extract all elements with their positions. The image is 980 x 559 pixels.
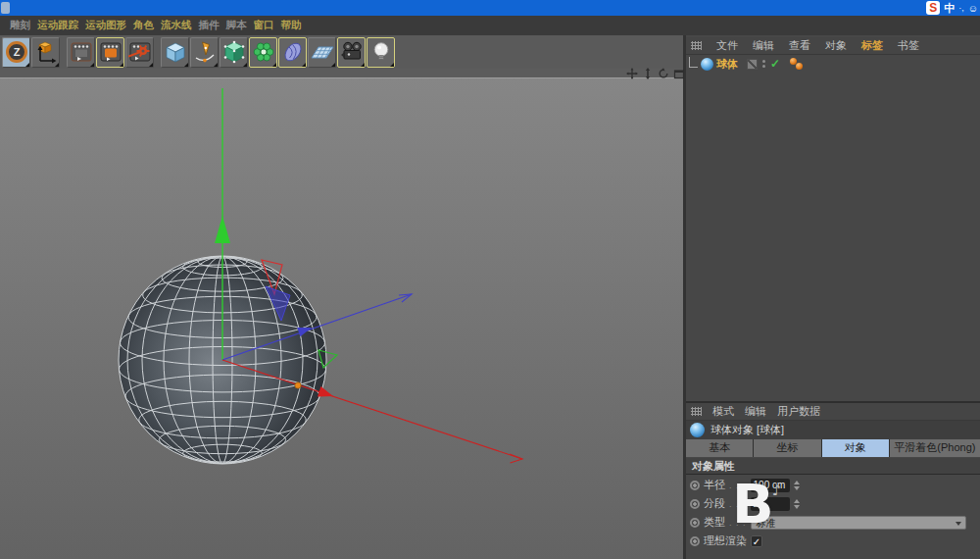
type-label: 类型 — [704, 515, 725, 530]
floor-environment-button[interactable] — [308, 37, 336, 68]
tab-coordinates[interactable]: 坐标 — [754, 439, 820, 457]
cube-icon — [164, 40, 187, 64]
keyframe-circle-icon[interactable] — [690, 499, 700, 509]
object-manager-menubar: 文件 编辑 查看 对象 标签 书签 — [686, 37, 980, 55]
ime-indicator[interactable]: S 中 ·, ☺ — [926, 0, 978, 16]
ideal-render-checkbox[interactable]: ✓ — [751, 535, 762, 547]
primitive-cube-button[interactable] — [161, 37, 189, 68]
menu-script[interactable]: 脚本 — [226, 19, 247, 32]
tab-phong[interactable]: 平滑着色(Phong) — [890, 439, 980, 457]
am-menu-mode[interactable]: 模式 — [712, 404, 734, 419]
keyframe-circle-icon[interactable] — [690, 536, 700, 546]
ime-punctuation-icon[interactable]: ·, — [958, 3, 964, 13]
object-manager-list: 球体 ✓ — [686, 55, 980, 401]
camera-button[interactable] — [337, 37, 366, 68]
type-row: 类型 . . . 标准 — [686, 513, 980, 532]
radius-spinner[interactable] — [794, 481, 800, 490]
viewport-maximize-icon[interactable] — [672, 67, 685, 79]
menu-mograph[interactable]: 运动图形 — [85, 19, 126, 32]
record-keyframe-icon — [70, 40, 93, 64]
svg-text:Z: Z — [13, 46, 20, 58]
viewport-zoom-icon[interactable] — [641, 67, 654, 79]
dropdown-arrow-icon — [956, 522, 961, 526]
type-dropdown[interactable]: 标准 — [751, 516, 966, 530]
autokey-active-button[interactable] — [96, 37, 124, 68]
keyframe-circle-icon[interactable] — [690, 481, 700, 490]
sphere-object-icon — [690, 423, 705, 437]
main-toolbar: Z — [0, 35, 683, 69]
attribute-manager-menubar: 模式 编辑 用户数据 — [686, 403, 980, 421]
deformer-bend-button[interactable] — [278, 37, 307, 68]
menu-pipeline[interactable]: 流水线 — [161, 19, 192, 32]
ime-emoji-icon[interactable]: ☺ — [968, 3, 978, 14]
om-menu-edit[interactable]: 编辑 — [753, 38, 774, 53]
floor-grid-icon — [311, 40, 334, 64]
light-button[interactable] — [367, 37, 395, 68]
3d-viewport[interactable] — [0, 77, 683, 559]
ideal-render-label: 理想渲染 — [704, 534, 747, 548]
viewport-header-strip — [0, 69, 683, 77]
enable-check-icon[interactable]: ✓ — [770, 57, 780, 71]
titlebar: S 中 ·, ☺ — [0, 0, 980, 16]
am-menu-edit[interactable]: 编辑 — [745, 404, 766, 419]
om-menu-objects[interactable]: 对象 — [825, 38, 847, 53]
keyframe-circle-icon[interactable] — [690, 518, 700, 528]
menu-window[interactable]: 窗口 — [254, 19, 274, 32]
am-menu-userdata[interactable]: 用户数据 — [777, 404, 820, 419]
visibility-dots[interactable] — [762, 60, 765, 68]
object-properties-section-header[interactable]: 对象属性 — [686, 458, 980, 475]
viewport-rotate-icon[interactable] — [657, 67, 669, 79]
attribute-object-title: 球体对象 [球体] — [710, 423, 784, 437]
menu-character[interactable]: 角色 — [133, 19, 154, 32]
record-keyframe-button[interactable] — [67, 37, 95, 68]
main-menubar: 雕刻 运动跟踪 运动图形 角色 流水线 插件 脚本 窗口 帮助 — [0, 16, 980, 35]
light-bulb-icon — [369, 40, 393, 64]
watermark-logo: B♪ — [732, 463, 781, 532]
radius-row: 半径 . . . 100 cm — [686, 476, 980, 494]
panel-handle-icon[interactable] — [691, 41, 702, 50]
subdiv-cube-icon — [222, 40, 246, 64]
axis-cube-icon — [34, 40, 58, 64]
spline-pen-button[interactable] — [190, 37, 219, 68]
menu-motion-tracker[interactable]: 运动跟踪 — [37, 19, 78, 32]
ime-language-mode[interactable]: 中 — [944, 1, 955, 16]
object-name-label[interactable]: 球体 — [716, 57, 738, 72]
phong-tag-icon[interactable] — [789, 58, 807, 71]
camera-icon — [340, 40, 364, 64]
sphere-object-icon[interactable] — [701, 58, 713, 71]
zoom-reset-z-button[interactable]: Z — [2, 37, 30, 68]
cloner-array-button[interactable] — [249, 37, 277, 68]
om-menu-bookmarks[interactable]: 书签 — [898, 38, 919, 53]
om-menu-view[interactable]: 查看 — [789, 38, 810, 53]
sogou-logo-icon[interactable]: S — [926, 1, 940, 15]
hierarchy-line — [689, 57, 698, 68]
subdivision-surface-button[interactable] — [220, 37, 248, 68]
radius-handle[interactable] — [295, 382, 301, 388]
cloner-flower-icon — [252, 40, 275, 64]
attribute-object-header: 球体对象 [球体] — [686, 421, 980, 439]
segments-label: 分段 — [704, 496, 725, 511]
ideal-render-row: 理想渲染 ✓ — [686, 532, 980, 550]
axis-scale-button[interactable] — [31, 37, 60, 68]
object-row-sphere[interactable]: 球体 ✓ — [686, 55, 980, 73]
om-menu-file[interactable]: 文件 — [716, 38, 738, 53]
menu-sculpt[interactable]: 雕刻 — [10, 19, 30, 32]
tab-basic[interactable]: 基本 — [686, 439, 753, 457]
radius-label: 半径 — [704, 478, 725, 492]
tab-object[interactable]: 对象 — [822, 439, 889, 457]
segments-row: 分段 . . . 24 — [686, 494, 980, 513]
menu-help[interactable]: 帮助 — [281, 19, 302, 32]
segments-spinner[interactable] — [794, 499, 800, 509]
menu-plugins[interactable]: 插件 — [199, 19, 220, 32]
om-menu-tags[interactable]: 标签 — [861, 38, 883, 53]
right-panel: 文件 编辑 查看 对象 标签 书签 球体 ✓ 模式 编辑 用户数据 球体对象 [… — [686, 35, 980, 559]
window-icon — [1, 2, 10, 14]
attribute-rows: 半径 . . . 100 cm 分段 . . . 24 类型 . . . 标准 … — [686, 476, 980, 550]
record-settings-button[interactable] — [125, 37, 154, 68]
panel-handle-icon[interactable] — [691, 407, 702, 416]
layer-toggle-icon[interactable] — [747, 59, 758, 70]
deformer-icon — [281, 40, 305, 64]
record-gear-icon — [128, 40, 152, 64]
viewport-pan-icon[interactable] — [625, 67, 638, 79]
watermark-note-icon: ♪ — [772, 482, 782, 499]
